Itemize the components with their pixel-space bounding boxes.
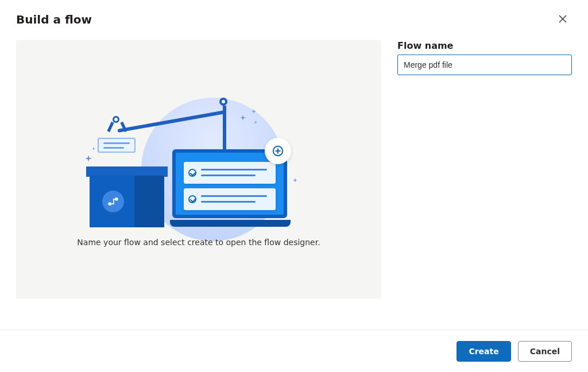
dialog-title: Build a flow <box>16 13 92 26</box>
sparkle-icon <box>252 109 256 114</box>
illustration-panel: Name your flow and select create to open… <box>16 40 381 299</box>
sparkle-icon <box>92 147 95 150</box>
cancel-button[interactable]: Cancel <box>518 341 572 362</box>
flow-icon <box>102 191 124 212</box>
sparkle-icon <box>254 121 257 124</box>
plus-icon <box>265 138 291 164</box>
dialog-header: Build a flow <box>0 0 588 34</box>
flow-name-input[interactable] <box>397 55 572 75</box>
svg-point-2 <box>109 203 111 205</box>
illustration-caption: Name your flow and select create to open… <box>16 238 381 247</box>
flow-illustration <box>95 92 302 230</box>
create-button[interactable]: Create <box>457 341 510 362</box>
close-button[interactable] <box>554 10 572 29</box>
flow-name-label: Flow name <box>397 40 572 51</box>
sparkle-icon <box>240 115 246 121</box>
sparkle-icon <box>85 155 92 162</box>
form-panel: Flow name <box>397 40 572 330</box>
build-flow-dialog: Build a flow <box>0 0 588 372</box>
dialog-footer: Create Cancel <box>0 330 588 372</box>
svg-point-3 <box>115 198 118 200</box>
sparkle-icon <box>293 178 297 183</box>
dialog-body: Name your flow and select create to open… <box>0 34 588 330</box>
close-icon <box>559 15 567 25</box>
